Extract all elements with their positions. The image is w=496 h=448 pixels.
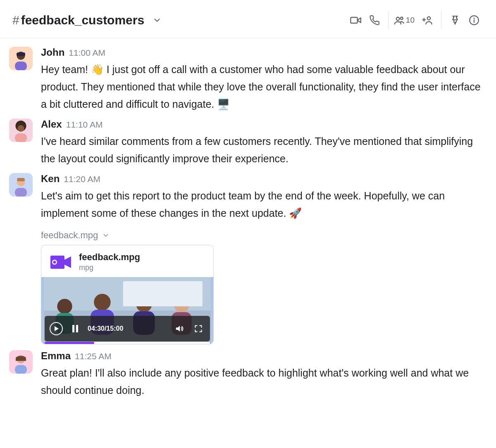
fullscreen-button[interactable] [192, 322, 205, 335]
avatar[interactable] [9, 173, 33, 197]
svg-rect-23 [15, 188, 27, 197]
message-text: Hey team! 👋 I just got off a call with a… [41, 61, 484, 113]
svg-point-27 [53, 261, 56, 263]
message: John 11:00 AM Hey team! 👋 I just got off… [9, 47, 484, 113]
message-text: I've heard similar comments from a few c… [41, 133, 484, 167]
svg-marker-25 [64, 256, 71, 268]
pin-icon[interactable] [446, 11, 465, 30]
attachment-card[interactable]: feedback.mpg mpg [41, 245, 214, 344]
svg-rect-45 [15, 365, 27, 374]
chevron-down-icon [102, 232, 110, 239]
svg-point-32 [94, 294, 110, 311]
video-controls: 04:30/15:00 [45, 316, 210, 341]
channel-header: # feedback_customers 10 [0, 0, 496, 38]
hash-icon: # [12, 13, 19, 27]
svg-rect-0 [351, 17, 357, 23]
attachment-title: feedback.mpg [79, 252, 140, 263]
volume-button[interactable] [173, 322, 186, 335]
attachment-extension: mpg [79, 263, 140, 272]
members-button[interactable]: 10 [393, 11, 418, 30]
message-list: John 11:00 AM Hey team! 👋 I just got off… [0, 38, 496, 448]
video-time: 04:30/15:00 [88, 325, 123, 332]
svg-rect-38 [123, 281, 203, 306]
separator [388, 12, 389, 29]
svg-point-30 [57, 299, 72, 314]
message-text: Great plan! I'll also include any positi… [41, 364, 484, 399]
video-progress-fill [45, 342, 94, 344]
add-member-icon[interactable] [418, 11, 437, 30]
message-time: 11:10 AM [66, 120, 103, 130]
message-time: 11:25 AM [75, 351, 112, 361]
member-count: 10 [406, 16, 415, 25]
message-author[interactable]: Emma [41, 350, 71, 362]
svg-point-3 [401, 17, 403, 19]
svg-rect-14 [17, 52, 25, 56]
attachment-header: feedback.mpg mpg [41, 245, 213, 277]
message-text: Let's aim to get this report to the prod… [41, 187, 484, 222]
avatar[interactable] [9, 350, 33, 374]
pause-button[interactable] [69, 322, 82, 335]
svg-rect-41 [76, 325, 78, 332]
message: Alex 11:10 AM I've heard similar comment… [9, 119, 484, 167]
play-button[interactable] [50, 322, 63, 335]
video-preview[interactable]: 04:30/15:00 [41, 277, 213, 344]
svg-point-2 [396, 17, 399, 20]
message: Ken 11:20 AM Let's aim to get this repor… [9, 173, 484, 344]
channel-name: feedback_customers [21, 13, 144, 27]
channel-title[interactable]: # feedback_customers [12, 13, 162, 27]
svg-rect-22 [17, 178, 25, 181]
message-author[interactable]: Alex [41, 119, 62, 130]
svg-rect-19 [15, 133, 27, 142]
info-icon[interactable] [465, 11, 484, 30]
video-file-icon [50, 254, 72, 270]
message-author[interactable]: Ken [41, 173, 60, 185]
svg-rect-15 [15, 62, 27, 70]
avatar[interactable] [9, 47, 33, 70]
message-time: 11:00 AM [69, 48, 105, 58]
attachment-label[interactable]: feedback.mpg [41, 230, 484, 241]
attachment-filename: feedback.mpg [41, 230, 98, 241]
video-call-icon[interactable] [346, 11, 365, 30]
svg-point-18 [18, 125, 24, 132]
chevron-down-icon[interactable] [153, 16, 162, 25]
chat-window: # feedback_customers 10 [0, 0, 496, 448]
message: Emma 11:25 AM Great plan! I'll also incl… [9, 350, 484, 399]
svg-marker-42 [176, 326, 180, 332]
audio-call-icon[interactable] [365, 11, 384, 30]
svg-point-11 [474, 18, 474, 19]
svg-rect-40 [72, 325, 74, 332]
message-author[interactable]: John [41, 47, 64, 58]
separator [441, 12, 441, 29]
header-actions: 10 [346, 11, 484, 30]
svg-marker-39 [55, 326, 59, 331]
message-time: 11:20 AM [64, 174, 100, 184]
avatar[interactable] [9, 119, 33, 142]
svg-marker-1 [358, 18, 361, 23]
svg-point-4 [427, 17, 430, 20]
video-progress-bar[interactable] [45, 342, 210, 344]
